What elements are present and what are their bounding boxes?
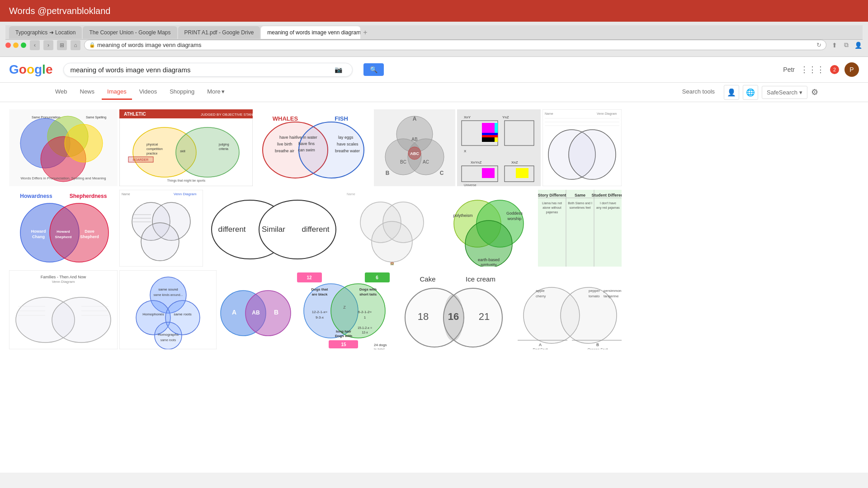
tab-typographics[interactable]: Typographics ➜ Location <box>9 26 82 39</box>
tab-web[interactable]: Web <box>50 84 73 100</box>
svg-text:practice: practice <box>146 152 158 155</box>
tab-shopping[interactable]: Shopping <box>164 84 200 100</box>
svg-text:Shepherdness: Shepherdness <box>70 193 107 199</box>
image-tile-9[interactable]: different Similar different <box>205 190 343 267</box>
tab-more[interactable]: More ▾ <box>202 84 230 100</box>
search-tools-button[interactable]: Search tools <box>677 84 720 100</box>
svg-text:12-2-1-x=: 12-2-1-x= <box>312 310 328 314</box>
svg-text:tomato: tomato <box>589 294 600 298</box>
ice-cream-label: Ice cream <box>466 275 495 283</box>
svg-text:have hair: have hair <box>279 135 296 140</box>
nav-right: Search tools 👤 🌐 SafeSearch ▾ ⚙ <box>677 84 818 100</box>
account-icon[interactable]: 👤 <box>724 85 739 100</box>
image-tile-4[interactable]: A B C AB BC AC ABC <box>374 109 455 186</box>
camera-search-icon[interactable]: 📷 <box>335 66 342 73</box>
svg-rect-66 <box>516 168 528 178</box>
svg-text:9-3-x: 9-3-x <box>316 315 324 319</box>
svg-text:6-2-1-2=: 6-2-1-2= <box>358 310 372 314</box>
image-tile-12[interactable]: Story Different Same Student Different L… <box>538 190 622 267</box>
svg-text:lay eggs: lay eggs <box>338 135 354 140</box>
search-input[interactable] <box>70 66 335 74</box>
reader-view-button[interactable]: ⊞ <box>57 40 67 50</box>
settings-button[interactable]: ⚙ <box>811 87 818 97</box>
svg-text:have fins: have fins <box>298 141 315 146</box>
image-tile-17[interactable]: Cake Ice cream 18 16 21 <box>394 270 514 349</box>
svg-rect-53 <box>482 133 498 135</box>
svg-text:12: 12 <box>307 275 312 280</box>
svg-text:Venn Diagram: Venn Diagram <box>597 112 617 116</box>
tab-videos[interactable]: Videos <box>134 84 163 100</box>
svg-text:YnZ: YnZ <box>502 115 509 119</box>
tab-news[interactable]: News <box>75 84 100 100</box>
svg-text:AB: AB <box>252 310 260 316</box>
location-icon[interactable]: 🌐 <box>743 85 758 100</box>
svg-text:Words Differs in Pronunciation: Words Differs in Pronunciation, Spelling… <box>20 176 106 180</box>
tab-cooper-union[interactable]: The Cooper Union - Google Maps <box>83 26 177 39</box>
home-button[interactable]: ⌂ <box>71 40 80 50</box>
image-tile-15[interactable]: A AB B <box>218 270 293 349</box>
svg-text:BOARDER: BOARDER <box>133 158 149 161</box>
svg-text:1: 1 <box>364 315 366 319</box>
svg-text:B: B <box>274 309 278 316</box>
svg-text:Story Different: Story Different <box>538 193 566 197</box>
svg-text:persimmon: persimmon <box>604 289 622 293</box>
svg-text:pajamas: pajamas <box>546 211 558 214</box>
image-tile-1[interactable]: Words Differs in Pronunciation, Spelling… <box>9 109 118 186</box>
image-tile-2[interactable]: ATHLETIC JUDGED BY OBJECTIVE STANDARDS p… <box>119 109 253 186</box>
image-tile-11[interactable]: polytheism Goddess worship earth-based s… <box>441 190 536 267</box>
safe-search-button[interactable]: SafeSearch ▾ <box>762 86 807 99</box>
ice-cream-number: 21 <box>479 311 490 322</box>
image-tile-18[interactable]: apple cherry pepper tomato persimmon tan… <box>515 270 624 349</box>
image-tile-6[interactable]: Name Venn Diagram <box>542 109 622 186</box>
image-tile-14[interactable]: same sound same kinds around... Homophon… <box>119 270 217 349</box>
avatar[interactable]: P <box>844 62 859 77</box>
image-tile-10[interactable]: Name 🏫 <box>344 190 439 267</box>
extensions-button[interactable]: 👤 <box>854 41 863 50</box>
image-tile-13[interactable]: Families - Then And Now Venn Diagram <box>9 270 118 349</box>
svg-text:earth-based: earth-based <box>478 258 500 262</box>
cake-label: Cake <box>420 275 435 283</box>
svg-text:XnZ: XnZ <box>511 160 518 164</box>
google-page: Google 📷 🔍 Petr ⋮⋮⋮ 2 P Web News Images … <box>0 57 868 473</box>
new-window-button[interactable]: ⧉ <box>842 41 851 50</box>
svg-text:same kinds around...: same kinds around... <box>154 293 183 296</box>
image-row-3: Families - Then And Now Venn Diagram <box>9 270 859 349</box>
top-banner: Words @petrvanblokland <box>0 0 868 22</box>
apps-grid-button[interactable]: ⋮⋮⋮ <box>800 65 825 75</box>
notification-badge[interactable]: 2 <box>830 65 839 74</box>
svg-text:Howardness: Howardness <box>20 193 52 199</box>
image-tile-3[interactable]: WHALES FISH have hair live birth breathe… <box>255 109 372 186</box>
svg-text:physical: physical <box>146 143 158 146</box>
google-logo[interactable]: Google <box>9 62 52 77</box>
address-bar[interactable]: 🔒 meaning of words image venn diagrams ↻ <box>84 40 826 50</box>
back-button[interactable]: ‹ <box>30 40 40 50</box>
svg-text:🏫: 🏫 <box>390 261 394 265</box>
svg-text:same sound: same sound <box>158 287 178 291</box>
search-submit-button[interactable]: 🔍 <box>363 63 384 76</box>
new-tab-button[interactable]: + <box>363 28 367 37</box>
tab-images[interactable]: Images <box>102 84 132 100</box>
image-tile-5[interactable]: XnY X YnZ XnYnZ XnZ Universe <box>457 109 541 186</box>
refresh-button[interactable]: ↻ <box>816 42 821 48</box>
image-tile-8[interactable]: Name Venn Diagram <box>119 190 203 267</box>
tab-print-a1[interactable]: PRINT A1.pdf - Google Drive <box>178 26 260 39</box>
minimize-window-button[interactable] <box>13 42 19 48</box>
svg-text:live in water: live in water <box>296 135 317 140</box>
forward-button[interactable]: › <box>43 40 53 50</box>
tab-search-active[interactable]: meaning of words image venn diagrams - G… <box>261 26 360 39</box>
svg-text:BC: BC <box>400 160 406 164</box>
svg-text:AB: AB <box>411 137 418 142</box>
svg-text:Dogs that: Dogs that <box>311 287 328 291</box>
svg-text:Dogs with: Dogs with <box>335 334 352 338</box>
close-window-button[interactable] <box>5 42 11 48</box>
image-tile-16[interactable]: 12 6 Dogs that are black Dogs with short… <box>295 270 392 349</box>
maximize-window-button[interactable] <box>21 42 26 48</box>
svg-text:apple: apple <box>536 289 545 293</box>
svg-text:6: 6 <box>376 275 378 280</box>
image-tile-7[interactable]: Howardness Shepherdness Howard Chang How… <box>9 190 118 267</box>
share-button[interactable]: ⬆ <box>830 41 839 50</box>
search-bar[interactable]: 📷 <box>63 63 353 77</box>
shared-number: 16 <box>448 311 459 322</box>
browser-toolbar: ‹ › ⊞ ⌂ 🔒 meaning of words image venn di… <box>5 40 863 50</box>
svg-text:Student Different: Student Different <box>592 193 622 197</box>
